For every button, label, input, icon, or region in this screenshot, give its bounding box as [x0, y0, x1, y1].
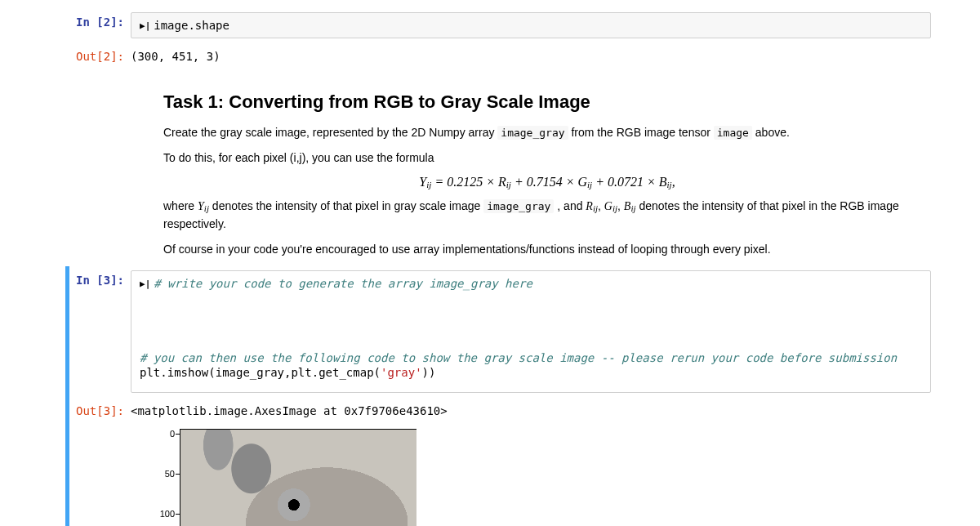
code-string: 'gray': [381, 366, 422, 379]
code-line-3a: plt.imshow(image_gray,plt.get_cmap(: [140, 366, 381, 379]
plot-image-grayscale-cat: [180, 429, 416, 526]
code-text: image.shape: [154, 19, 229, 32]
ytick-1: 50: [165, 469, 175, 479]
code-comment-1: # write your code to generate the array …: [154, 277, 532, 290]
out-prompt-3: Out[3]:: [33, 401, 131, 526]
output-text-3: <matplotlib.image.AxesImage at 0x7f9706e…: [131, 401, 931, 421]
ytick-2: 100: [160, 509, 175, 519]
code-cell-2-output: Out[2]: (300, 451, 3): [33, 42, 980, 70]
code-line-3c: )): [422, 366, 436, 379]
plot-y-axis: 0 50 100 150: [147, 429, 180, 526]
formula: Yij = 0.2125 × Rij + 0.7154 × Gij + 0.07…: [163, 175, 931, 189]
plot-output: 0 50 100 150: [147, 421, 931, 526]
task1-p2: To do this, for each pixel (i,j), you ca…: [163, 149, 931, 167]
code-comment-2: # you can then use the following code to…: [140, 351, 897, 364]
code-cell-3-output: Out[3]: <matplotlib.image.AxesImage at 0…: [33, 397, 980, 526]
run-icon[interactable]: ▶|: [140, 279, 150, 290]
task1-p1: Create the gray scale image, represented…: [163, 124, 931, 141]
task1-p4: Of course in your code you're encouraged…: [163, 241, 931, 258]
in-prompt-2: In [2]:: [33, 12, 131, 38]
task1-p3: where Yij denotes the intensity of that …: [163, 198, 931, 233]
in-prompt-3: In [3]:: [33, 270, 131, 393]
code-cell-2: In [2]: ▶|image.shape: [33, 8, 980, 42]
run-icon[interactable]: ▶|: [140, 20, 150, 32]
code-cell-3: In [3]: ▶|# write your code to generate …: [33, 266, 980, 397]
task1-heading: Task 1: Converting from RGB to Gray Scal…: [163, 91, 931, 113]
code-image-gray-2: image_gray: [483, 199, 554, 213]
output-text-2: (300, 451, 3): [131, 47, 931, 66]
ytick-0: 0: [170, 429, 175, 439]
out-prompt-2: Out[2]:: [33, 47, 131, 66]
code-image: image: [714, 126, 752, 140]
code-input-3[interactable]: ▶|# write your code to generate the arra…: [131, 270, 931, 393]
code-image-gray: image_gray: [497, 126, 568, 140]
code-input-2[interactable]: ▶|image.shape: [131, 12, 931, 38]
markdown-cell-task1: Task 1: Converting from RGB to Gray Scal…: [33, 91, 980, 258]
